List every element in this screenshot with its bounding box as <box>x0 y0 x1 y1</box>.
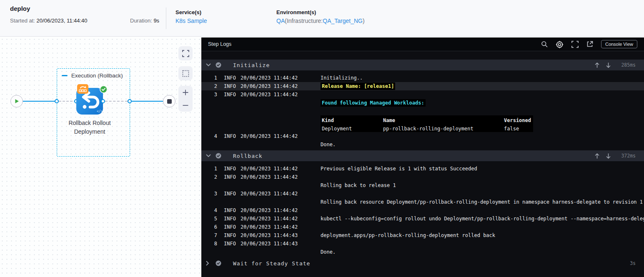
log-timestamp: 20/06/2023 11:44:42 <box>241 215 320 223</box>
log-line-number: 2 <box>205 82 217 90</box>
scroll-to-top-button[interactable] <box>595 153 599 159</box>
log-section-header-rollback[interactable]: Rollback372ms <box>201 150 644 161</box>
environments-block: Environment(s) QA(Infrastructure:QA_Targ… <box>276 9 365 24</box>
start-node[interactable] <box>10 95 23 107</box>
log-line: 1INFO20/06/2023 11:44:42Previous eligibl… <box>201 165 644 173</box>
log-line: KindNameVersioned <box>201 115 644 124</box>
pipeline-canvas[interactable]: Execution (Rollback) </> <box>0 37 201 277</box>
console-view-button[interactable]: Console View <box>601 40 637 48</box>
log-line-number: 6 <box>205 223 217 231</box>
log-line: 1INFO20/06/2023 11:44:42Initializing.. <box>201 74 644 82</box>
scroll-to-bottom-button[interactable] <box>606 153 611 159</box>
log-settings-button[interactable] <box>556 40 564 48</box>
log-section-title: Wait for Steady State <box>233 260 310 267</box>
step-success-icon <box>216 260 221 266</box>
log-table-cell: Name <box>383 115 504 124</box>
log-level: INFO <box>224 173 241 181</box>
log-line: 4INFO20/06/2023 11:44:42 <box>201 132 644 140</box>
log-body: Initialize285ms1INFO20/06/2023 11:44:42I… <box>201 51 644 269</box>
end-node[interactable] <box>163 95 175 107</box>
log-timestamp: 20/06/2023 11:44:42 <box>241 190 320 198</box>
scroll-to-bottom-button[interactable] <box>606 62 611 68</box>
log-message: kubectl --kubeconfig=config rollout undo… <box>321 216 644 222</box>
selection-box-icon <box>182 70 189 77</box>
log-line: 6INFO20/06/2023 11:44:42 <box>201 223 644 231</box>
header-divider <box>166 7 166 29</box>
fit-to-screen-button[interactable] <box>178 46 193 60</box>
fullscreen-icon <box>182 50 189 57</box>
log-section-header-wait-for-steady-state[interactable]: Wait for Steady State3s <box>201 258 644 269</box>
duration-value: 9s <box>153 17 159 24</box>
step-label: Rollback Rollout Deployment <box>52 119 127 136</box>
log-section-header-initialize[interactable]: Initialize285ms <box>201 60 644 70</box>
duration: Duration: 9s <box>130 17 159 24</box>
port-dot <box>55 99 59 103</box>
collapse-dash-icon[interactable] <box>62 75 68 76</box>
log-line-number: 1 <box>205 165 217 173</box>
log-section: Initialize285ms1INFO20/06/2023 11:44:42I… <box>201 60 644 150</box>
log-line: 2INFO20/06/2023 11:44:42 <box>201 173 644 181</box>
log-line: Done. <box>201 140 644 149</box>
play-icon <box>15 99 19 104</box>
log-timestamp: 20/06/2023 11:44:42 <box>241 74 320 82</box>
pipeline-title: deploy <box>10 5 30 12</box>
chevron-down-icon[interactable] <box>206 63 211 67</box>
chevron-right-icon[interactable] <box>206 261 211 266</box>
log-line-number: 3 <box>205 190 217 198</box>
svg-text:</>: </> <box>97 110 103 113</box>
stop-icon <box>167 99 172 104</box>
log-section-rows: 1INFO20/06/2023 11:44:42Previous eligibl… <box>201 161 644 258</box>
log-line-number: 7 <box>205 231 217 240</box>
log-line: Done. <box>201 248 644 256</box>
connector-line <box>132 101 163 102</box>
log-line: Rolling back resource Deployment/pp-roll… <box>201 198 644 206</box>
log-table-cell: Deployment <box>321 124 383 132</box>
log-line-number: 8 <box>205 240 217 248</box>
zoom-out-button[interactable] <box>178 99 193 112</box>
log-panel-title: Step Logs <box>208 41 231 47</box>
log-line: Deploymentpp-rollback-rolling-deployment… <box>201 124 644 132</box>
log-timestamp: 20/06/2023 11:44:43 <box>241 231 320 240</box>
services-label: Service(s) <box>175 9 207 15</box>
log-level: INFO <box>224 74 241 82</box>
connector-line <box>23 101 55 102</box>
log-line-number: 4 <box>205 206 217 215</box>
log-fullscreen-button[interactable] <box>571 41 579 48</box>
log-line: 3INFO20/06/2023 11:44:42 <box>201 90 644 99</box>
log-message: deployment.apps/pp-rollback-rolling-depl… <box>321 232 495 238</box>
log-message: Found following Managed Workloads: <box>321 99 426 107</box>
log-table-cell: pp-rollback-rolling-deployment <box>383 124 504 132</box>
section-duration: 372ms <box>617 153 636 159</box>
log-line: Found following Managed Workloads: <box>201 99 644 107</box>
plus-icon <box>182 89 189 96</box>
zoom-controls <box>178 86 193 112</box>
log-message: KindNameVersioned <box>321 117 533 123</box>
log-level: INFO <box>224 82 241 90</box>
log-message: Initializing.. <box>321 75 363 81</box>
log-section: Wait for Steady State3s <box>201 258 644 269</box>
zoom-in-button[interactable] <box>178 86 193 99</box>
log-section-rows: 1INFO20/06/2023 11:44:42Initializing..2I… <box>201 70 644 150</box>
log-line: 2INFO20/06/2023 11:44:42Release Name: [r… <box>201 82 644 90</box>
marquee-select-button[interactable] <box>178 66 193 80</box>
started-at-value: 20/06/2023, 11:44:40 <box>37 17 88 24</box>
log-message: Deploymentpp-rollback-rolling-deployment… <box>321 126 533 132</box>
chevron-down-icon[interactable] <box>206 154 211 157</box>
log-timestamp: 20/06/2023 11:44:42 <box>241 132 320 140</box>
open-in-new-icon <box>586 41 593 47</box>
environments-label: Environment(s) <box>276 9 365 15</box>
log-search-button[interactable] <box>541 41 548 47</box>
log-message: Done. <box>321 249 336 255</box>
execution-header: deploy Started at: 20/06/2023, 11:44:40 … <box>0 0 644 37</box>
log-line: 8INFO20/06/2023 11:44:43 <box>201 240 644 248</box>
log-level: INFO <box>224 231 241 240</box>
environment-link[interactable]: QA <box>276 17 285 24</box>
service-link[interactable]: K8s Sample <box>175 17 207 24</box>
step-logs-panel: Step Logs <box>201 37 644 277</box>
scroll-to-top-button[interactable] <box>595 62 599 68</box>
infrastructure-link[interactable]: QA_Target_NG <box>323 17 363 24</box>
log-message: Rolling back to release 1 <box>321 182 396 188</box>
log-level: INFO <box>224 215 241 223</box>
open-in-new-button[interactable] <box>586 41 593 47</box>
minus-icon <box>182 104 189 107</box>
